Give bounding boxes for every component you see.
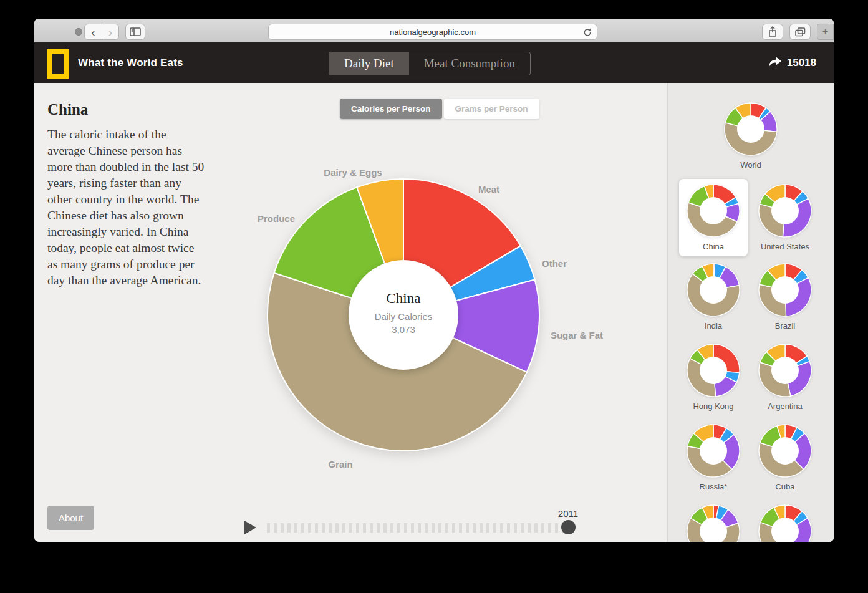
close-window-button[interactable] (75, 28, 82, 36)
donut-hole (700, 197, 727, 224)
unit-toggle: Calories per Person Grams per Person (340, 99, 539, 119)
thumb-label-russia: Russia* (679, 482, 748, 491)
thumb-label-argentina: Argentina (751, 402, 819, 411)
grams-per-person-button[interactable]: Grams per Person (444, 99, 539, 119)
country-sidebar: WorldChinaUnited StatesIndiaBrazilHong K… (667, 83, 834, 542)
app-header: What the World Eats Daily Diet Meat Cons… (34, 42, 834, 83)
year-label: 2011 (558, 508, 578, 519)
sidebar-item-argentina[interactable]: Argentina (751, 339, 819, 411)
thumb-donut-thumb-10[interactable] (758, 504, 812, 542)
label-meat: Meat (478, 184, 499, 195)
donut-hole (771, 197, 799, 224)
donut-hole (737, 115, 764, 143)
label-produce: Produce (258, 213, 295, 224)
donut-center-total: 3,073 (392, 324, 415, 335)
sidebar-item-united-states[interactable]: United States (751, 179, 819, 251)
sidebar-item-world[interactable]: World (716, 97, 785, 170)
sidebar-icon (130, 27, 141, 36)
donut-hole (771, 437, 799, 465)
share-count-group[interactable]: 15018 (768, 42, 816, 83)
donut-center-subtitle: Daily Calories (375, 311, 433, 322)
thumb-donut-china[interactable] (687, 184, 740, 238)
donut-hole (700, 276, 727, 304)
label-dairy-eggs: Dairy & Eggs (324, 167, 382, 178)
reload-icon[interactable] (582, 27, 592, 37)
tab-meat-consumption[interactable]: Meat Consumption (409, 52, 530, 75)
sidebar-item-russia[interactable]: Russia* (679, 419, 748, 491)
thumb-label-hong-kong: Hong Kong (679, 402, 748, 411)
sidebar-item-china[interactable]: China (679, 179, 748, 256)
natgeo-logo (47, 49, 69, 79)
timeline-handle[interactable] (561, 520, 576, 534)
donut-hole (700, 437, 727, 465)
label-sugar-fat: Sugar & Fat (551, 330, 603, 340)
url-field[interactable]: nationalgeographic.com (268, 24, 597, 40)
thumb-donut-united-states[interactable] (758, 184, 812, 238)
thumb-donut-india[interactable] (687, 263, 740, 317)
share-icon (768, 26, 778, 37)
donut-center: China Daily Calories 3,073 (349, 260, 458, 370)
about-button[interactable]: About (47, 506, 94, 530)
timeline-track[interactable] (267, 523, 564, 533)
thumb-label-brazil: Brazil (751, 321, 819, 330)
share-button[interactable] (762, 24, 783, 40)
thumb-label-united-states: United States (751, 242, 819, 251)
label-other: Other (542, 258, 567, 269)
sidebar-item-cuba[interactable]: Cuba (751, 419, 819, 491)
thumb-donut-world[interactable] (724, 102, 778, 156)
sidebar-toggle-button[interactable] (125, 24, 145, 40)
sidebar-item-thumb-9[interactable] (679, 499, 748, 542)
history-nav-group: ‹ › (84, 24, 119, 40)
article-body: The caloric intake of the average Chines… (47, 127, 207, 289)
thumb-donut-brazil[interactable] (758, 263, 812, 317)
calories-per-person-button[interactable]: Calories per Person (340, 99, 442, 119)
thumb-donut-cuba[interactable] (758, 424, 812, 478)
thumb-donut-hong-kong[interactable] (687, 344, 740, 397)
share-count: 15018 (787, 57, 816, 69)
thumb-label-world: World (716, 160, 785, 170)
browser-toolbar: ‹ › nationalgeographic.com (34, 19, 834, 42)
page-title: China (47, 101, 88, 118)
share-arrow-icon (768, 57, 781, 69)
sidebar-item-india[interactable]: India (679, 258, 748, 330)
sidebar-item-hong-kong[interactable]: Hong Kong (679, 339, 748, 411)
tab-overview-button[interactable] (789, 24, 811, 40)
thumb-label-india: India (679, 321, 748, 330)
tab-overview-icon (795, 27, 806, 37)
tab-daily-diet[interactable]: Daily Diet (329, 52, 409, 75)
thumb-label-china: China (679, 242, 748, 251)
play-button[interactable] (244, 521, 256, 534)
donut-hole (771, 357, 799, 384)
donut-hole (771, 276, 799, 304)
back-button[interactable]: ‹ (85, 24, 102, 39)
sidebar-item-brazil[interactable]: Brazil (751, 258, 819, 330)
sidebar-item-thumb-10[interactable] (751, 499, 819, 542)
donut-hole (700, 357, 727, 384)
mode-tabs: Daily Diet Meat Consumption (329, 52, 531, 75)
browser-window: ‹ › nationalgeographic.com (34, 19, 834, 542)
app-title: What the World Eats (78, 42, 183, 83)
forward-button[interactable]: › (102, 24, 118, 39)
new-tab-button[interactable]: + (817, 24, 834, 40)
url-text: nationalgeographic.com (390, 27, 476, 37)
donut-center-title: China (387, 291, 421, 307)
thumb-donut-argentina[interactable] (758, 344, 812, 397)
thumb-donut-russia[interactable] (687, 424, 740, 478)
thumb-donut-thumb-9[interactable] (687, 504, 740, 542)
thumb-label-cuba: Cuba (751, 482, 819, 491)
label-grain: Grain (328, 459, 352, 470)
